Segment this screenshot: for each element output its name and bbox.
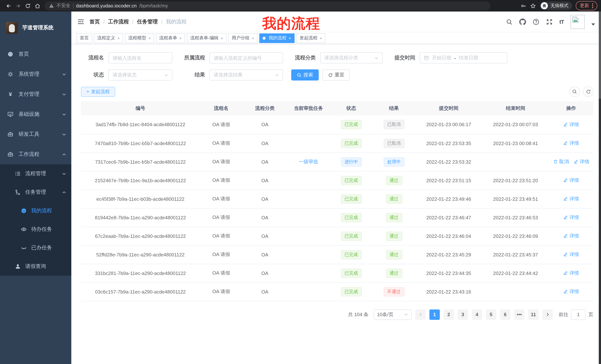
detail-link[interactable]: 详情 [573, 158, 589, 165]
status-badge: 已完成 [341, 120, 362, 129]
close-icon[interactable]: × [117, 36, 120, 40]
start-process-button[interactable]: + 发起流程 [81, 87, 115, 97]
avatar[interactable] [571, 15, 585, 29]
reset-button[interactable]: 重置 [322, 69, 350, 80]
close-icon[interactable]: × [221, 36, 223, 40]
sidebar-item-my-process[interactable]: 我的流程 [0, 201, 71, 220]
result-badge: 通过 [386, 176, 402, 185]
back-icon[interactable] [4, 1, 13, 10]
process-name-input[interactable] [112, 55, 168, 61]
sidebar-item-workflow[interactable]: 工作流程 [0, 144, 71, 164]
prev-page-button[interactable] [415, 309, 426, 320]
detail-link[interactable]: 详情 [563, 140, 579, 147]
github-icon[interactable] [519, 18, 526, 25]
app-logo[interactable]: 芋道管理系统 [0, 11, 71, 44]
help-icon[interactable] [533, 18, 539, 25]
close-icon[interactable]: × [180, 36, 182, 40]
close-icon[interactable]: × [252, 36, 254, 40]
breadcrumb-workflow[interactable]: 工作流程 [108, 18, 129, 25]
window-scrollbar[interactable] [599, 11, 601, 364]
process-def-input[interactable] [214, 55, 279, 61]
detail-link[interactable]: 详情 [563, 196, 579, 202]
page-button-1[interactable]: 1 [429, 309, 440, 320]
page-button-11[interactable]: 11 [528, 309, 539, 320]
result-badge: 通过 [386, 250, 402, 259]
page-button-4[interactable]: 4 [472, 309, 482, 320]
tab-process-model[interactable]: 流程模型× [125, 33, 154, 43]
process-def-input-wrap [210, 52, 283, 63]
avatar-caret-icon[interactable] [591, 23, 595, 25]
tab-process-definition[interactable]: 流程定义× [94, 33, 123, 43]
breadcrumb-task-mgmt[interactable]: 任务管理 [137, 18, 158, 25]
submit-time-label: 提交时间 [391, 55, 415, 61]
more-pages-button[interactable]: ••• [514, 309, 524, 320]
sidebar-item-devtools[interactable]: 研发工具 [0, 124, 71, 144]
detail-link[interactable]: 详情 [563, 121, 579, 128]
forward-icon[interactable] [13, 1, 23, 10]
detail-link[interactable]: 详情 [563, 214, 579, 221]
sidebar-item-task-mgmt[interactable]: 任务管理 [0, 183, 71, 201]
sidebar-collapse-icon[interactable] [77, 18, 84, 25]
date-range-picker[interactable]: 开始日期 - 结束日期 [420, 52, 507, 63]
tabs-bar: 首页 流程定义× 流程模型× 流程表单× 流程表单-编辑× 用户分组× 我的流程… [71, 32, 601, 44]
cancel-link[interactable]: 取消 [553, 158, 569, 165]
tab-my-process[interactable]: 我的流程× [259, 33, 294, 43]
detail-link[interactable]: 详情 [563, 288, 579, 295]
next-page-button[interactable] [542, 309, 553, 320]
tab-start-process[interactable]: 发起流程× [296, 33, 325, 43]
close-icon[interactable]: × [320, 36, 322, 40]
goto-page-input[interactable] [571, 309, 586, 320]
tab-home[interactable]: 首页 [77, 33, 92, 43]
sidebar-item-label: 支付管理 [19, 91, 57, 98]
refresh-table-button[interactable] [583, 86, 594, 97]
close-icon[interactable]: × [289, 36, 291, 40]
security-label[interactable]: 不安全 [56, 3, 70, 9]
reload-icon[interactable] [23, 1, 33, 10]
table-row: ec45f38f-7b9a-11ec-b03b-acde48001122OA 请… [81, 190, 593, 208]
update-button[interactable]: 更新 [576, 1, 597, 10]
status-select[interactable]: 请选择状态 [109, 69, 172, 80]
show-search-button[interactable] [570, 86, 580, 97]
detail-link[interactable]: 详情 [563, 177, 579, 184]
search-button[interactable]: 搜索 [291, 69, 319, 80]
font-size-icon[interactable]: tT [559, 19, 564, 25]
password-key-icon[interactable] [521, 3, 526, 9]
sidebar-item-payment[interactable]: ¥ 支付管理 [0, 84, 71, 104]
fullscreen-icon[interactable] [546, 18, 553, 25]
tab-process-form-edit[interactable]: 流程表单-编辑× [187, 33, 227, 43]
sidebar-item-done-tasks[interactable]: 已办任务 [0, 239, 71, 257]
browser-menu-icon[interactable] [592, 3, 593, 8]
tab-user-group[interactable]: 用户分组× [229, 33, 258, 43]
url-bar[interactable]: 不安全 dashboard.yudao.iocoder.cn/bpm/task/… [45, 1, 490, 10]
page-button-6[interactable]: 6 [500, 309, 510, 320]
sidebar-item-process-mgmt[interactable]: 流程管理 [0, 164, 71, 183]
page-size-select[interactable]: 10条/页 [374, 309, 411, 320]
breadcrumb-home[interactable]: 首页 [90, 18, 100, 25]
detail-link[interactable]: 详情 [563, 233, 579, 239]
page-button-5[interactable]: 5 [486, 309, 496, 320]
url-host: dashboard.yudao.iocoder.cn [76, 3, 137, 9]
search-form-row-2: 状态 请选择状态 结果 请选择流结果 搜索 [81, 69, 594, 80]
detail-link[interactable]: 详情 [563, 270, 579, 277]
dashboard-icon [7, 51, 13, 57]
sidebar-item-home[interactable]: 首页 [0, 44, 71, 64]
bookmark-star-icon[interactable] [530, 3, 536, 9]
url-path: /bpm/task/my [139, 3, 168, 9]
home-icon[interactable] [33, 1, 42, 10]
sidebar-item-infra[interactable]: 基础设施 [0, 104, 71, 124]
detail-link[interactable]: 详情 [563, 251, 579, 258]
tab-process-form[interactable]: 流程表单× [156, 33, 185, 43]
url-separator [73, 3, 73, 8]
close-icon[interactable]: × [148, 36, 151, 40]
scrollbar-thumb[interactable] [599, 11, 601, 99]
page-button-3[interactable]: 3 [458, 309, 468, 320]
sidebar-item-todo-tasks[interactable]: 待办任务 [0, 220, 71, 239]
result-select[interactable]: 请选择流结果 [210, 69, 283, 80]
process-category-select[interactable]: 请选择流程分类 [320, 52, 383, 63]
sidebar-item-leave-query[interactable]: 请假查询 [0, 257, 71, 276]
search-icon[interactable] [506, 18, 513, 25]
page-button-2[interactable]: 2 [443, 309, 454, 320]
task-link[interactable]: 一级审批 [299, 159, 318, 164]
result-label: 结果 [180, 72, 205, 78]
sidebar-item-system[interactable]: 系统管理 [0, 64, 71, 84]
